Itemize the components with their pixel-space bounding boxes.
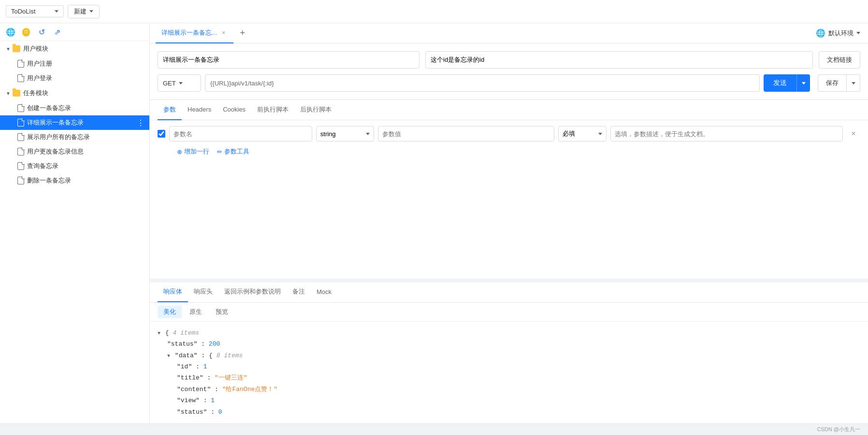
footer-text: CSDN @小生凡一 [817,426,860,433]
param-name-input[interactable] [169,126,312,141]
method-select[interactable]: GET [158,74,201,92]
content-area: 详细展示一条备忘... × + 🌐 默认环境 文档链接 GET [150,23,868,423]
params-area: 参数 Headers Cookies 前执行脚本 后执行脚本 [150,100,868,279]
sidebar-toolbar: 🌐 🪙 ↺ ⇗ [0,23,149,41]
sidebar-item-delete-task[interactable]: 删除一条备忘录 ⋮ [0,173,149,188]
param-type-select[interactable]: string [316,126,374,141]
tab-label: 详细展示一条备忘... [161,28,217,37]
file-icon [17,60,24,68]
tab-cookies[interactable]: Cookies [217,100,251,120]
env-section: 🌐 默认环境 [808,28,868,38]
file-icon [17,162,24,170]
api-url-row: GET 发送 保存 [158,74,860,92]
sidebar-item-label: 展示用户所有的备忘录 [27,133,136,141]
method-chevron-icon [179,82,183,84]
add-row-button[interactable]: ⊕ 增加一行 [177,147,209,156]
params-row: string 必填 × [158,126,860,141]
sidebar: 🌐 🪙 ↺ ⇗ ▼ 用户模块 ⋮ 用户注册 ⋮ 用户登录 ⋮ [0,23,150,423]
share-icon[interactable]: ⇗ [52,27,62,37]
project-select[interactable]: ToDoList [6,5,64,17]
tab-pre-script[interactable]: 前执行脚本 [251,100,294,120]
response-sub-tabs: 美化 原生 预览 [150,303,868,322]
active-tab[interactable]: 详细展示一条备忘... × [156,23,233,43]
tab-list: 详细展示一条备忘... × + [150,23,808,43]
params-tabs: 参数 Headers Cookies 前执行脚本 后执行脚本 [150,100,868,120]
sidebar-item-query-task[interactable]: 查询备忘录 ⋮ [0,159,149,173]
tab-post-script[interactable]: 后执行脚本 [294,100,337,120]
sidebar-group-user-header[interactable]: ▼ 用户模块 ⋮ [0,41,149,56]
project-name: ToDoList [11,8,52,15]
env-label: 默认环境 [828,29,854,38]
required-chevron-icon [598,133,602,135]
file-icon [17,148,24,155]
sub-tab-raw[interactable]: 原生 [184,306,208,318]
api-desc-input[interactable] [425,51,813,69]
file-icon [17,104,24,112]
param-desc-input[interactable] [610,126,843,141]
param-tool-button[interactable]: ✏ 参数工具 [217,147,249,156]
param-delete-button[interactable]: × [847,127,860,140]
json-line-3: "id" : 1 [158,361,860,372]
sidebar-item-user-login[interactable]: 用户登录 ⋮ [0,71,149,85]
send-arrow-icon [802,82,806,84]
tab-response-body[interactable]: 响应体 [158,282,188,302]
save-arrow-icon [852,82,855,84]
item-more-icon[interactable]: ⋮ [136,118,145,127]
tab-close-icon[interactable]: × [220,29,228,37]
group-arrow-icon: ▼ [6,46,11,52]
url-input[interactable] [205,74,760,92]
collapse-data-icon[interactable]: ▼ [167,353,170,359]
json-line-4: "title" : "一键三连" [158,372,860,383]
sub-tab-beautify[interactable]: 美化 [158,306,182,318]
params-actions: ⊕ 增加一行 ✏ 参数工具 [158,145,860,156]
param-required-select[interactable]: 必填 [558,126,607,141]
sidebar-item-update-task[interactable]: 用户更改备忘录信息 ⋮ [0,144,149,159]
globe-icon[interactable]: 🌐 [6,27,15,37]
type-chevron-icon [366,133,370,135]
tab-params[interactable]: 参数 [158,100,182,120]
send-button[interactable]: 发送 [764,74,796,92]
tab-mock[interactable]: Mock [311,282,337,302]
sidebar-item-user-register[interactable]: 用户注册 ⋮ [0,56,149,71]
new-button[interactable]: 新建 [68,5,100,18]
new-button-label: 新建 [74,7,87,16]
save-arrow-button[interactable] [847,74,860,92]
sidebar-group-task-header[interactable]: ▼ 任务模块 ⋮ [0,85,149,101]
sidebar-item-show-all-tasks[interactable]: 展示用户所有的备忘录 ⋮ [0,130,149,144]
response-body: ▼ { 4 items "status" : 200 ▼ "data" : { … [150,322,868,423]
tab-return-example[interactable]: 返回示例和参数说明 [218,282,287,302]
sub-tab-preview[interactable]: 预览 [210,306,234,318]
coin-icon[interactable]: 🪙 [21,27,31,37]
param-checkbox[interactable] [158,130,165,138]
param-value-input[interactable] [378,126,554,141]
json-line-6: "view" : 1 [158,395,860,406]
sidebar-item-create-task[interactable]: 创建一条备忘录 ⋮ [0,101,149,115]
refresh-icon[interactable]: ↺ [37,27,46,37]
plus-icon: ⊕ [177,148,182,155]
sidebar-item-label: 查询备忘录 [27,162,136,170]
tool-label: 参数工具 [224,147,249,156]
project-chevron-icon [55,10,58,13]
env-chevron-icon[interactable] [856,32,860,34]
group-label: 用户模块 [23,44,136,53]
top-bar: ToDoList 新建 [0,0,868,23]
tab-note[interactable]: 备注 [287,282,311,302]
doc-link-button[interactable]: 文档链接 [819,51,860,69]
json-line-1: "status" : 200 [158,338,860,350]
sidebar-item-detail-task[interactable]: 详细展示一条备忘录 ⋮ [0,115,149,130]
collapse-icon[interactable]: ▼ [158,331,160,336]
send-btn-group: 发送 [764,74,810,92]
api-name-input[interactable] [158,51,420,69]
file-icon [17,74,24,82]
tab-headers[interactable]: Headers [182,100,217,120]
tool-icon: ✏ [217,148,222,155]
send-arrow-button[interactable] [796,74,810,92]
api-name-row: 文档链接 [158,51,860,69]
save-button[interactable]: 保存 [818,74,847,92]
tab-add-button[interactable]: + [235,26,250,41]
json-line-2: ▼ "data" : { 8 items [158,350,860,361]
tab-response-header[interactable]: 响应头 [188,282,218,302]
api-form: 文档链接 GET 发送 保存 [150,43,868,100]
save-btn-group: 保存 [818,74,860,92]
file-icon [17,133,24,141]
